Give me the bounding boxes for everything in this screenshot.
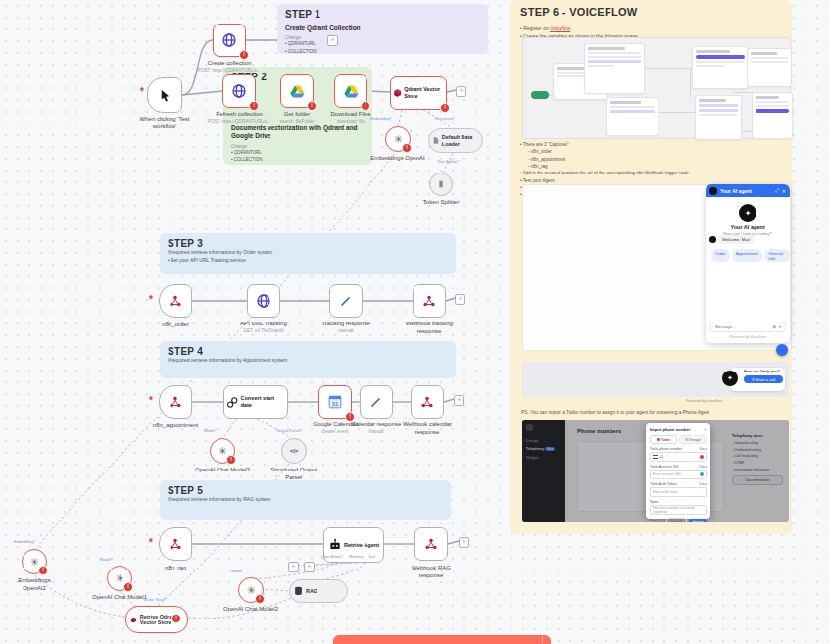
twilio-icon [657,438,660,442]
add-node-endpoint[interactable]: + [459,537,469,548]
add-node-endpoint[interactable]: + [455,294,465,305]
node-token-splitter[interactable] [429,173,453,196]
node-embeddings-openai[interactable]: ✳! [385,126,411,152]
note-heading: Documents vectorization with Qdrant and … [231,124,366,141]
send-icon[interactable]: ➤ [778,324,782,329]
node-label: OpenAI Chat Model1 [90,594,149,602]
chat-header: Your AI agent ⤢ ✕ [706,184,790,197]
tab-vonage[interactable]: V Vonage [679,435,707,444]
phone-number-input[interactable]: +1 [650,452,707,462]
node-openai-chat-model1[interactable]: ✳! [107,566,132,591]
docs-link[interactable]: Docs [699,465,707,469]
node-label: Get foldersearch: fileFolder [268,111,326,124]
voiceflow-card [747,48,792,87]
note-line: If required retrieve informations by RAG… [168,496,443,504]
add-node-endpoint[interactable]: + [456,86,466,97]
placeholder-line [699,109,738,112]
provider-tabs: Twilio V Vonage [650,435,707,444]
node-embeddings-openai2[interactable]: ✳! [22,549,47,574]
node-n8n-order[interactable] [159,284,192,318]
import-button[interactable]: Import [689,519,707,522]
agent-logo: ✦ [739,204,756,222]
error-badge: ! [226,455,236,465]
node-n8n-appointment[interactable] [159,385,192,419]
close-icon[interactable]: ✕ [704,427,707,432]
node-structured-output-parser[interactable]: </> [281,438,307,464]
phone-icon: ✆ [752,377,756,382]
account-sid-input[interactable]: Enter account SID [650,470,707,479]
node-qdrant-vector-store[interactable]: Qdrant Vector Store ! [390,76,447,110]
docs-link[interactable]: Docs [699,447,707,451]
sticky-note-step1[interactable]: STEP 1 Create Qdrant Collection Change: … [277,4,488,54]
node-n8n-rag[interactable] [159,527,192,561]
twilio-icon [700,455,704,459]
suggestion-chips: Order Appointment General Info [711,249,790,262]
chip-order[interactable]: Order [711,249,730,262]
placeholder-line [751,57,788,59]
node-download-files[interactable]: ! [334,74,367,108]
node-label: n8n_rag [146,565,205,572]
node-convert-start-date[interactable]: Convert start date [223,385,288,419]
note-title: STEP 3 [168,238,448,249]
add-node-endpoint[interactable]: + [454,395,464,406]
node-calendar-response[interactable] [360,385,393,419]
placeholder-line [696,55,745,59]
mic-icon[interactable]: ◉ [772,324,776,329]
add-node-endpoint[interactable]: + [327,35,338,46]
node-manual-trigger[interactable] [147,77,182,113]
node-webhook-tracking-response[interactable] [413,284,446,318]
test-workflow-button[interactable] [333,635,551,644]
sticky-note-step5[interactable]: STEP 5 If required retrieve informations… [160,480,451,520]
connector-label: Text Splitter* [437,159,459,164]
node-refresh-collection[interactable]: ! [222,74,256,108]
node-label: Embeddings OpenAI [368,155,427,163]
start-call-button[interactable]: ✆ Start a call [744,375,783,383]
openai-icon: ✳ [29,557,38,568]
name-input[interactable]: How this number is named (optional) [650,505,707,515]
node-default-data-loader[interactable]: Default Data Loader [428,128,483,153]
chip-general-info[interactable]: General Info [764,249,790,262]
node-tracking-response[interactable] [329,284,363,318]
close-icon[interactable]: ✕ [782,188,786,194]
voiceflow-card [752,92,793,139]
node-retrive-qdrant-vector-store[interactable]: Retrive Qdrant Vector Store ! [125,606,188,633]
agent-avatar [709,187,717,195]
chat-launcher-button[interactable] [776,344,788,356]
robot-icon [328,538,342,552]
note-bullet: • QDRANTURL [285,40,480,47]
node-label: OpenAI Chat Model2 [221,606,280,614]
button-divider [542,636,543,643]
learn-more-link[interactable]: Learn more [650,519,666,523]
webhook-icon [424,537,438,551]
splitter-icon [436,179,446,189]
cancel-button[interactable]: Cancel [666,518,687,522]
memory-endpoint[interactable]: + [288,562,299,572]
pencil-icon [339,294,353,308]
node-openai-chat-model2[interactable]: ✳! [238,577,264,603]
pencil-icon [369,395,383,409]
sticky-note-step4[interactable]: STEP 4 If required retrieve informations… [160,341,456,378]
start-node [531,91,549,99]
node-get-folder[interactable]: ! [280,74,314,108]
tool-endpoint[interactable]: + [304,562,315,572]
globe-icon [256,293,271,309]
node-webhook-calendar-response[interactable] [411,385,444,419]
chat-input[interactable] [713,323,770,330]
voiceflow-link[interactable]: Voiceflow [550,25,570,31]
node-rag-tool[interactable]: RAG [289,579,348,603]
chip-appointment[interactable]: Appointment [732,249,763,262]
node-openai-chat-model3[interactable]: ✳! [210,438,235,464]
auth-token-input[interactable]: Enter auth token [650,487,707,497]
node-google-calendar[interactable]: 31 ! [318,385,352,419]
node-webhook-rag-response[interactable] [414,527,448,561]
tab-twilio[interactable]: Twilio [650,435,677,444]
note-bullet: • Set your API URL Tracking service [168,257,448,265]
node-label: Create collectionPOST: https://QDRANTURL… [197,60,262,73]
node-api-url-tracking[interactable] [247,284,280,318]
note-bullet: • Test your Agent [520,177,785,184]
node-create-collection[interactable]: ! [213,24,246,57]
expand-icon[interactable]: ⤢ [775,187,779,194]
svg-text:31: 31 [332,401,339,407]
docs-link[interactable]: Docs [699,482,707,486]
sticky-note-step3[interactable]: STEP 3 If required retrieve informations… [160,233,456,274]
